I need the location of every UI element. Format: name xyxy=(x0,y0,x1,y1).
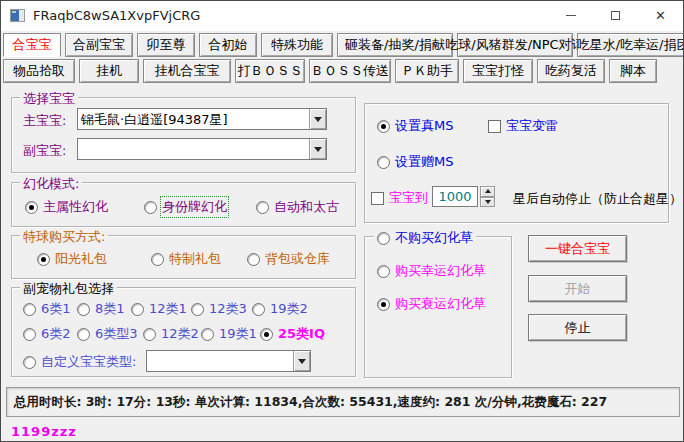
start-button: 开始 xyxy=(528,275,627,302)
radio-label: 6类型3 xyxy=(95,325,138,343)
radio-icon xyxy=(77,328,90,341)
radio-label: 阳光礼包 xyxy=(55,250,107,268)
radio-icon xyxy=(144,201,157,214)
footer-counter: 1199zzz xyxy=(11,424,77,439)
radio-custom-pet-type[interactable]: 自定义宝宝类型: xyxy=(23,353,136,371)
radio-icon xyxy=(23,356,36,369)
radio-pack-19-2[interactable]: 19类2 xyxy=(252,300,308,318)
checkbox-icon xyxy=(488,120,501,133)
radio-label: 19类1 xyxy=(219,325,257,343)
radio-icon xyxy=(260,328,273,341)
radio-icon xyxy=(377,265,390,278)
chevron-down-icon[interactable] xyxy=(293,351,310,371)
checkbox-label: 宝宝到 xyxy=(389,189,428,207)
tab-chiqiu[interactable]: 吃球/风猪群发/NPC对话 xyxy=(457,33,573,57)
status-bar: 总用时时长: 3时: 17分: 13秒: 单次计算: 11834,合次数: 55… xyxy=(6,387,680,417)
radio-label: 12类2 xyxy=(161,325,199,343)
tab-hefubaobao[interactable]: 合副宝宝 xyxy=(65,33,133,57)
star-limit-spinner[interactable] xyxy=(480,186,495,207)
radio-label: 25类IQ xyxy=(278,325,325,343)
radio-pack-6-2[interactable]: 6类2 xyxy=(23,325,71,343)
tab-row-2: 物品拾取 挂机 挂机合宝宝 打ＢＯＳＳ ＢＯＳＳ传送 ＰＫ助手 宝宝打怪 吃药复… xyxy=(3,59,657,83)
minimize-icon xyxy=(566,15,576,16)
radio-id-card-morph[interactable]: 身份牌幻化 xyxy=(144,198,227,216)
app-icon xyxy=(10,9,25,22)
radio-icon xyxy=(23,303,36,316)
checkbox-pet-to[interactable]: 宝宝到 xyxy=(371,189,428,207)
tab-pkzhushou[interactable]: ＰＫ助手 xyxy=(395,59,459,83)
maximize-button[interactable] xyxy=(593,1,638,30)
tab-jiaoben[interactable]: 脚本 xyxy=(609,59,657,83)
one-key-merge-button[interactable]: 一键合宝宝 xyxy=(528,235,627,262)
stop-button[interactable]: 停止 xyxy=(528,314,627,341)
checkbox-label: 宝宝变雷 xyxy=(506,117,558,135)
tab-guaji[interactable]: 挂机 xyxy=(79,59,139,83)
radio-auto-taigu[interactable]: 自动和太古 xyxy=(256,198,339,216)
close-icon: ✕ xyxy=(655,8,666,23)
checkbox-pet-thunder[interactable]: 宝宝变雷 xyxy=(488,117,558,135)
tab-baobaodaguai[interactable]: 宝宝打怪 xyxy=(463,59,533,83)
radio-icon xyxy=(201,328,214,341)
spinner-down-icon[interactable] xyxy=(480,197,495,208)
radio-unlucky-grass[interactable]: 购买衰运幻化草 xyxy=(377,295,486,313)
radio-pack-12-1[interactable]: 12类1 xyxy=(131,300,187,318)
chevron-down-icon[interactable] xyxy=(309,139,326,159)
auto-stop-label: 星后自动停止（防止合超星） xyxy=(513,190,682,208)
radio-lucky-grass[interactable]: 购买幸运幻化草 xyxy=(377,262,486,280)
radio-icon xyxy=(377,156,390,169)
radio-label: 购买衰运幻化草 xyxy=(395,295,486,313)
tab-bosschuansong[interactable]: ＢＯＳＳ传送 xyxy=(309,59,391,83)
custom-pet-type-combo[interactable] xyxy=(146,350,311,372)
group-morph-mode-title: 幻化模式: xyxy=(20,175,82,193)
sub-pet-combo[interactable] xyxy=(77,138,327,160)
tab-chixingshui[interactable]: 吃星水/吃幸运/捐团 xyxy=(577,33,684,57)
group-pet-select-title: 选择宝宝 xyxy=(20,90,78,108)
radio-bag-or-warehouse[interactable]: 背包或仓库 xyxy=(247,250,330,268)
radio-main-attr-morph[interactable]: 主属性幻化 xyxy=(25,198,108,216)
radio-set-real-ms[interactable]: 设置真MS xyxy=(377,117,453,135)
radio-pack-6-3[interactable]: 6类型3 xyxy=(77,325,138,343)
tab-teshugongneng[interactable]: 特殊功能 xyxy=(261,33,333,57)
group-ball-buy-title: 特球购买方式: xyxy=(20,228,108,246)
tab-daboss[interactable]: 打ＢＯＳＳ xyxy=(235,59,305,83)
radio-label: 自定义宝宝类型: xyxy=(41,353,136,371)
radio-sunshine-pack[interactable]: 阳光礼包 xyxy=(37,250,107,268)
tab-zazhuangbei[interactable]: 砸装备/抽奖/捐献 xyxy=(337,33,453,57)
radio-pack-25-iq[interactable]: 25类IQ xyxy=(260,325,325,343)
status-text: 总用时时长: 3时: 17分: 13秒: 单次计算: 11834,合次数: 55… xyxy=(7,394,607,411)
radio-label: 不购买幻化草 xyxy=(395,229,473,247)
tab-wupinshiqu[interactable]: 物品拾取 xyxy=(3,59,75,83)
radio-no-grass[interactable]: 不购买幻化草 xyxy=(374,229,476,247)
radio-pack-12-2[interactable]: 12类2 xyxy=(143,325,199,343)
main-pet-label: 主宝宝: xyxy=(23,112,66,130)
radio-icon xyxy=(143,328,156,341)
chevron-down-icon[interactable] xyxy=(309,109,326,129)
radio-icon xyxy=(23,328,36,341)
group-sub-pet-pack-title: 副宠物礼包选择 xyxy=(20,280,117,298)
radio-set-gift-ms[interactable]: 设置赠MS xyxy=(377,153,453,171)
custom-pet-type-value xyxy=(147,351,293,371)
radio-icon xyxy=(247,253,260,266)
star-limit-input[interactable]: 1000 xyxy=(432,186,478,207)
tab-chiyaofuhuo[interactable]: 吃药复活 xyxy=(537,59,605,83)
radio-label: 12类1 xyxy=(149,300,187,318)
radio-label: 购买幸运幻化草 xyxy=(395,262,486,280)
tab-guajihebaobao[interactable]: 挂机合宝宝 xyxy=(143,59,231,83)
minimize-button[interactable] xyxy=(548,1,593,30)
tab-hebaobao[interactable]: 合宝宝 xyxy=(3,33,61,57)
tab-maozhizun[interactable]: 卯至尊 xyxy=(137,33,195,57)
radio-pack-8-1[interactable]: 8类1 xyxy=(77,300,125,318)
radio-pack-12-3[interactable]: 12类3 xyxy=(191,300,247,318)
spinner-up-icon[interactable] xyxy=(480,186,495,197)
radio-label: 设置真MS xyxy=(395,117,453,135)
radio-icon xyxy=(191,303,204,316)
close-button[interactable]: ✕ xyxy=(638,1,683,30)
titlebar: FRaqbC8wSA1XvpFVjCRG ✕ xyxy=(1,1,683,31)
main-pet-combo[interactable]: 锦毛鼠·白逍遥[94387星] xyxy=(77,108,327,130)
radio-label: 设置赠MS xyxy=(395,153,453,171)
radio-pack-19-1[interactable]: 19类1 xyxy=(201,325,257,343)
tab-hechushi[interactable]: 合初始 xyxy=(199,33,257,57)
radio-label: 12类3 xyxy=(209,300,247,318)
radio-pack-6-1[interactable]: 6类1 xyxy=(23,300,71,318)
radio-special-pack[interactable]: 特制礼包 xyxy=(151,250,221,268)
